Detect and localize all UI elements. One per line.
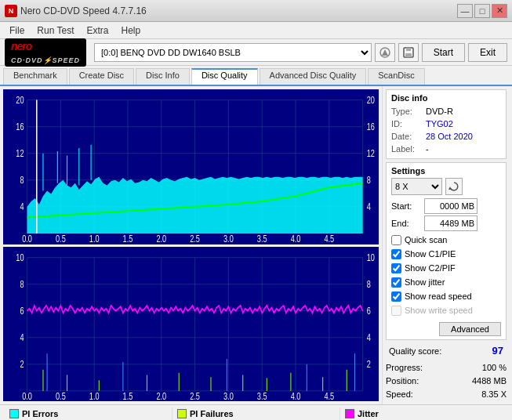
quick-scan-checkbox[interactable] (391, 235, 401, 245)
menu-run-test[interactable]: Run Test (31, 24, 80, 38)
type-value: DVD-R (426, 105, 453, 118)
disc-info-title: Disc info (391, 93, 501, 103)
bottom-stats: PI Errors Average: 0.94 Maximum: 12 Tota… (0, 404, 512, 420)
show-c2pif-checkbox[interactable] (391, 263, 401, 273)
svg-text:16: 16 (367, 121, 375, 132)
tab-disc-info[interactable]: Disc Info (136, 68, 190, 85)
charts-area: 20 16 12 8 4 20 16 12 8 4 0.0 0.5 1.0 1.… (0, 86, 382, 404)
speed-value: 8.35 X (481, 388, 507, 401)
quality-value: 97 (492, 345, 503, 357)
menubar: File Run Test Extra Help (0, 22, 512, 39)
jitter-color-box (345, 409, 354, 418)
svg-marker-1 (382, 49, 388, 56)
svg-text:8: 8 (367, 175, 371, 186)
svg-text:2.5: 2.5 (190, 390, 200, 401)
label-value: - (426, 143, 429, 155)
settings-section: Settings 8 X Start: End: (386, 162, 507, 340)
end-label: End: (391, 219, 419, 228)
svg-text:3.5: 3.5 (257, 233, 267, 244)
show-write-speed-checkbox[interactable] (391, 306, 401, 316)
tab-scan-disc[interactable]: ScanDisc (368, 68, 424, 85)
nero-logo: nero CD·DVD⚡SPEED (5, 38, 86, 67)
pi-errors-title: PI Errors (22, 409, 58, 418)
type-label: Type: (391, 105, 426, 118)
quick-scan-label: Quick scan (405, 233, 447, 247)
refresh-icon-button[interactable] (445, 178, 463, 195)
start-input[interactable] (424, 198, 478, 214)
quality-label: Quality score: (389, 346, 441, 356)
window-title: Nero CD-DVD Speed 4.7.7.16 (20, 5, 457, 16)
svg-text:0.5: 0.5 (56, 390, 66, 401)
svg-marker-103 (448, 186, 452, 190)
progress-value: 100 % (482, 361, 507, 375)
svg-text:1.0: 1.0 (89, 390, 100, 401)
end-input[interactable] (424, 215, 478, 231)
show-write-speed-label: Show write speed (405, 303, 473, 317)
position-value: 4488 MB (472, 375, 507, 388)
maximize-button[interactable]: □ (474, 4, 490, 18)
tab-benchmark[interactable]: Benchmark (3, 68, 67, 85)
disc-info-section: Disc info Type: DVD-R ID: TYG02 Date: 28… (386, 89, 507, 159)
exit-button[interactable]: Exit (468, 43, 507, 62)
menu-file[interactable]: File (3, 24, 31, 38)
svg-text:4.0: 4.0 (291, 233, 301, 244)
tab-disc-quality[interactable]: Disc Quality (191, 68, 258, 85)
svg-text:2.0: 2.0 (156, 390, 166, 401)
pi-failures-title: PI Failures (190, 409, 234, 418)
svg-rect-3 (406, 48, 411, 51)
save-icon-button[interactable] (398, 43, 419, 62)
position-label: Position: (386, 375, 419, 388)
date-label: Date: (391, 130, 426, 143)
show-jitter-checkbox[interactable] (391, 277, 401, 288)
svg-text:4.5: 4.5 (324, 233, 334, 244)
app-icon: N (5, 5, 17, 17)
svg-text:3.0: 3.0 (223, 233, 234, 244)
show-c1pie-checkbox[interactable] (391, 249, 401, 259)
titlebar: N Nero CD-DVD Speed 4.7.7.16 — □ ✕ (0, 0, 512, 22)
menu-extra[interactable]: Extra (80, 24, 114, 38)
start-button[interactable]: Start (422, 43, 465, 62)
svg-text:0.0: 0.0 (22, 233, 32, 244)
svg-text:12: 12 (367, 147, 375, 158)
speed-label: Speed: (386, 388, 413, 401)
drive-select[interactable]: [0:0] BENQ DVD DD DW1640 BSLB (94, 43, 372, 62)
speed-select[interactable]: 8 X (391, 178, 442, 195)
jitter-title: Jitter (358, 409, 379, 418)
chart-top: 20 16 12 8 4 20 16 12 8 4 0.0 0.5 1.0 1.… (3, 89, 379, 244)
svg-text:3.5: 3.5 (257, 390, 267, 401)
svg-text:2.5: 2.5 (190, 233, 200, 244)
tabs: Benchmark Create Disc Disc Info Disc Qua… (0, 66, 512, 86)
show-read-speed-checkbox[interactable] (391, 291, 401, 302)
label-label: Label: (391, 143, 426, 155)
pi-failures-color-box (177, 409, 187, 418)
svg-text:1.0: 1.0 (89, 233, 100, 244)
svg-text:12: 12 (16, 147, 24, 158)
svg-text:20: 20 (367, 94, 375, 105)
eject-icon-button[interactable] (375, 43, 395, 62)
tab-advanced-disc-quality[interactable]: Advanced Disc Quality (260, 68, 367, 85)
svg-text:4.0: 4.0 (291, 390, 301, 401)
advanced-button[interactable]: Advanced (439, 322, 501, 336)
tab-create-disc[interactable]: Create Disc (69, 68, 134, 85)
svg-text:2: 2 (367, 358, 371, 369)
svg-text:4: 4 (367, 201, 371, 212)
minimize-button[interactable]: — (457, 4, 473, 18)
pi-errors-color-box (9, 409, 19, 418)
close-button[interactable]: ✕ (492, 4, 507, 18)
svg-text:2.0: 2.0 (156, 233, 166, 244)
start-label: Start: (391, 201, 419, 211)
svg-text:4: 4 (367, 331, 371, 342)
svg-text:8: 8 (367, 278, 371, 289)
pi-errors-group: PI Errors Average: 0.94 Maximum: 12 Tota… (5, 407, 172, 420)
svg-text:8: 8 (20, 175, 24, 186)
svg-text:0.5: 0.5 (56, 233, 66, 244)
toolbar: nero CD·DVD⚡SPEED [0:0] BENQ DVD DD DW16… (0, 39, 512, 66)
svg-text:6: 6 (367, 305, 371, 316)
svg-text:6: 6 (20, 305, 24, 316)
show-c2pif-label: Show C2/PIF (405, 261, 456, 275)
menu-help[interactable]: Help (115, 24, 147, 38)
jitter-group: Jitter Average: 7.19 % Maximum: 9.0 % PO… (340, 407, 507, 420)
svg-text:4.5: 4.5 (324, 390, 334, 401)
settings-title: Settings (391, 166, 501, 176)
window-controls: — □ ✕ (457, 4, 507, 18)
